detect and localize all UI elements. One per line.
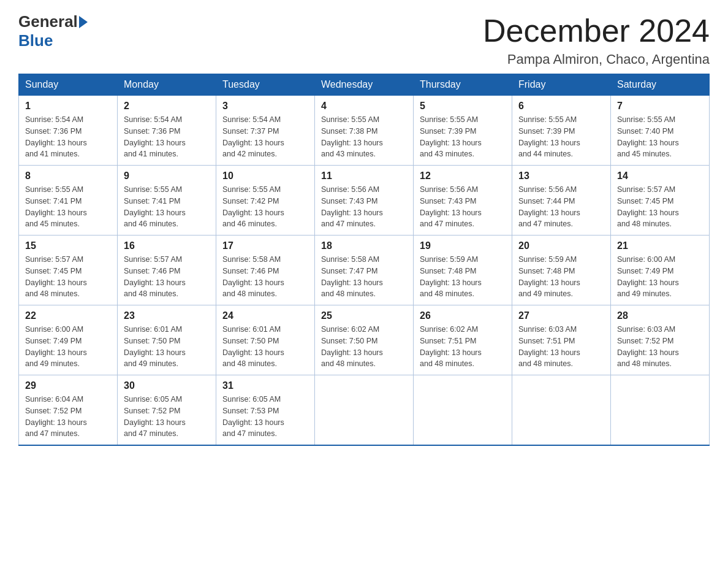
logo-arrow-icon (79, 16, 88, 28)
month-title: December 2024 (483, 12, 710, 49)
calendar-cell: 22 Sunrise: 6:00 AM Sunset: 7:49 PM Dayl… (19, 305, 118, 375)
calendar-week-row: 1 Sunrise: 5:54 AM Sunset: 7:36 PM Dayli… (19, 96, 710, 166)
day-info: Sunrise: 5:55 AM Sunset: 7:38 PM Dayligh… (321, 114, 407, 160)
logo: General Blue (18, 12, 89, 50)
calendar-cell: 3 Sunrise: 5:54 AM Sunset: 7:37 PM Dayli… (216, 96, 315, 166)
day-info: Sunrise: 5:56 AM Sunset: 7:43 PM Dayligh… (321, 184, 407, 230)
calendar-header-row: Sunday Monday Tuesday Wednesday Thursday… (19, 74, 710, 96)
day-info: Sunrise: 5:57 AM Sunset: 7:45 PM Dayligh… (25, 254, 111, 300)
day-number: 8 (25, 170, 111, 182)
day-number: 29 (25, 380, 111, 391)
calendar-cell: 18 Sunrise: 5:58 AM Sunset: 7:47 PM Dayl… (315, 236, 414, 305)
logo-blue-text: Blue (18, 31, 53, 50)
calendar-cell: 8 Sunrise: 5:55 AM Sunset: 7:41 PM Dayli… (19, 166, 118, 236)
calendar-cell: 19 Sunrise: 5:59 AM Sunset: 7:48 PM Dayl… (414, 236, 512, 305)
day-number: 1 (25, 101, 111, 112)
calendar-cell: 15 Sunrise: 5:57 AM Sunset: 7:45 PM Dayl… (19, 236, 118, 305)
col-tuesday: Tuesday (216, 74, 315, 96)
day-info: Sunrise: 5:55 AM Sunset: 7:41 PM Dayligh… (25, 184, 111, 230)
calendar-cell: 12 Sunrise: 5:56 AM Sunset: 7:43 PM Dayl… (414, 166, 512, 236)
col-friday: Friday (512, 74, 611, 96)
calendar-cell: 4 Sunrise: 5:55 AM Sunset: 7:38 PM Dayli… (315, 96, 414, 166)
day-number: 19 (420, 240, 506, 251)
day-info: Sunrise: 5:57 AM Sunset: 7:45 PM Dayligh… (617, 184, 703, 230)
calendar-cell: 21 Sunrise: 6:00 AM Sunset: 7:49 PM Dayl… (611, 236, 710, 305)
day-info: Sunrise: 6:03 AM Sunset: 7:52 PM Dayligh… (617, 324, 703, 370)
day-number: 16 (124, 240, 210, 251)
day-number: 17 (222, 240, 308, 251)
calendar-week-row: 22 Sunrise: 6:00 AM Sunset: 7:49 PM Dayl… (19, 305, 710, 375)
day-info: Sunrise: 5:58 AM Sunset: 7:47 PM Dayligh… (321, 254, 407, 300)
day-info: Sunrise: 6:05 AM Sunset: 7:52 PM Dayligh… (124, 394, 210, 440)
day-info: Sunrise: 5:55 AM Sunset: 7:42 PM Dayligh… (222, 184, 308, 230)
day-info: Sunrise: 5:54 AM Sunset: 7:36 PM Dayligh… (124, 114, 210, 160)
calendar-cell (611, 375, 710, 446)
day-info: Sunrise: 6:03 AM Sunset: 7:51 PM Dayligh… (518, 324, 604, 370)
calendar-cell (512, 375, 611, 446)
calendar-week-row: 8 Sunrise: 5:55 AM Sunset: 7:41 PM Dayli… (19, 166, 710, 236)
calendar-cell (414, 375, 512, 446)
calendar-table: Sunday Monday Tuesday Wednesday Thursday… (18, 74, 710, 446)
day-number: 28 (617, 310, 703, 321)
day-number: 13 (518, 170, 604, 182)
day-number: 14 (617, 170, 703, 182)
calendar-cell: 27 Sunrise: 6:03 AM Sunset: 7:51 PM Dayl… (512, 305, 611, 375)
day-info: Sunrise: 6:00 AM Sunset: 7:49 PM Dayligh… (617, 254, 703, 300)
day-number: 21 (617, 240, 703, 251)
day-number: 12 (420, 170, 506, 182)
col-monday: Monday (118, 74, 216, 96)
day-info: Sunrise: 6:01 AM Sunset: 7:50 PM Dayligh… (124, 324, 210, 370)
day-info: Sunrise: 6:02 AM Sunset: 7:51 PM Dayligh… (420, 324, 506, 370)
day-info: Sunrise: 5:56 AM Sunset: 7:44 PM Dayligh… (518, 184, 604, 230)
calendar-cell: 16 Sunrise: 5:57 AM Sunset: 7:46 PM Dayl… (118, 236, 216, 305)
calendar-cell: 30 Sunrise: 6:05 AM Sunset: 7:52 PM Dayl… (118, 375, 216, 446)
calendar-cell: 25 Sunrise: 6:02 AM Sunset: 7:50 PM Dayl… (315, 305, 414, 375)
calendar-week-row: 29 Sunrise: 6:04 AM Sunset: 7:52 PM Dayl… (19, 375, 710, 446)
calendar-cell: 23 Sunrise: 6:01 AM Sunset: 7:50 PM Dayl… (118, 305, 216, 375)
calendar-cell: 13 Sunrise: 5:56 AM Sunset: 7:44 PM Dayl… (512, 166, 611, 236)
calendar-cell: 7 Sunrise: 5:55 AM Sunset: 7:40 PM Dayli… (611, 96, 710, 166)
logo-general-text: General (18, 12, 78, 31)
calendar-cell: 26 Sunrise: 6:02 AM Sunset: 7:51 PM Dayl… (414, 305, 512, 375)
calendar-cell: 14 Sunrise: 5:57 AM Sunset: 7:45 PM Dayl… (611, 166, 710, 236)
day-info: Sunrise: 5:59 AM Sunset: 7:48 PM Dayligh… (420, 254, 506, 300)
calendar-week-row: 15 Sunrise: 5:57 AM Sunset: 7:45 PM Dayl… (19, 236, 710, 305)
calendar-cell: 2 Sunrise: 5:54 AM Sunset: 7:36 PM Dayli… (118, 96, 216, 166)
day-info: Sunrise: 5:58 AM Sunset: 7:46 PM Dayligh… (222, 254, 308, 300)
calendar-cell: 24 Sunrise: 6:01 AM Sunset: 7:50 PM Dayl… (216, 305, 315, 375)
day-number: 4 (321, 101, 407, 112)
day-number: 23 (124, 310, 210, 321)
calendar-cell: 29 Sunrise: 6:04 AM Sunset: 7:52 PM Dayl… (19, 375, 118, 446)
day-info: Sunrise: 5:55 AM Sunset: 7:41 PM Dayligh… (124, 184, 210, 230)
calendar-cell: 17 Sunrise: 5:58 AM Sunset: 7:46 PM Dayl… (216, 236, 315, 305)
day-info: Sunrise: 5:56 AM Sunset: 7:43 PM Dayligh… (420, 184, 506, 230)
day-number: 26 (420, 310, 506, 321)
day-info: Sunrise: 6:05 AM Sunset: 7:53 PM Dayligh… (222, 394, 308, 440)
calendar-cell (315, 375, 414, 446)
day-info: Sunrise: 5:54 AM Sunset: 7:36 PM Dayligh… (25, 114, 111, 160)
calendar-cell: 28 Sunrise: 6:03 AM Sunset: 7:52 PM Dayl… (611, 305, 710, 375)
title-section: December 2024 Pampa Almiron, Chaco, Arge… (483, 12, 710, 67)
col-wednesday: Wednesday (315, 74, 414, 96)
day-number: 11 (321, 170, 407, 182)
day-number: 9 (124, 170, 210, 182)
day-info: Sunrise: 5:59 AM Sunset: 7:48 PM Dayligh… (518, 254, 604, 300)
day-number: 2 (124, 101, 210, 112)
day-number: 18 (321, 240, 407, 251)
day-number: 5 (420, 101, 506, 112)
calendar-cell: 11 Sunrise: 5:56 AM Sunset: 7:43 PM Dayl… (315, 166, 414, 236)
day-info: Sunrise: 5:55 AM Sunset: 7:39 PM Dayligh… (420, 114, 506, 160)
col-saturday: Saturday (611, 74, 710, 96)
day-info: Sunrise: 5:54 AM Sunset: 7:37 PM Dayligh… (222, 114, 308, 160)
day-number: 7 (617, 101, 703, 112)
col-sunday: Sunday (19, 74, 118, 96)
day-info: Sunrise: 6:01 AM Sunset: 7:50 PM Dayligh… (222, 324, 308, 370)
location-text: Pampa Almiron, Chaco, Argentina (483, 52, 710, 67)
calendar-cell: 1 Sunrise: 5:54 AM Sunset: 7:36 PM Dayli… (19, 96, 118, 166)
day-info: Sunrise: 5:55 AM Sunset: 7:39 PM Dayligh… (518, 114, 604, 160)
col-thursday: Thursday (414, 74, 512, 96)
day-info: Sunrise: 6:02 AM Sunset: 7:50 PM Dayligh… (321, 324, 407, 370)
calendar-cell: 5 Sunrise: 5:55 AM Sunset: 7:39 PM Dayli… (414, 96, 512, 166)
day-info: Sunrise: 6:04 AM Sunset: 7:52 PM Dayligh… (25, 394, 111, 440)
calendar-cell: 31 Sunrise: 6:05 AM Sunset: 7:53 PM Dayl… (216, 375, 315, 446)
